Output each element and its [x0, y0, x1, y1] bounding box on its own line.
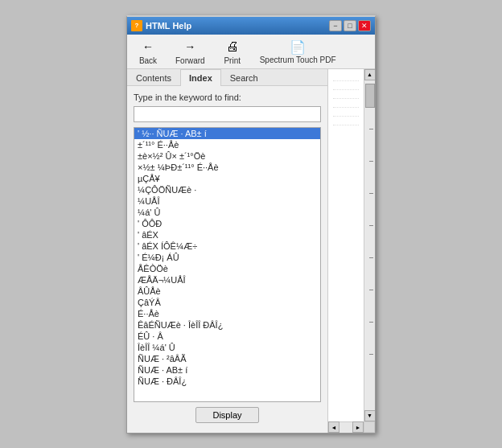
right-lines-decoration — [328, 69, 364, 131]
spectrum-button[interactable]: 📄 Spectrum Touch PDF — [260, 38, 336, 64]
scroll-left-arrow[interactable]: ◄ — [328, 421, 339, 433]
display-btn-area: Display — [134, 402, 321, 426]
app-icon: ? — [131, 20, 142, 31]
maximize-button[interactable]: □ — [344, 20, 356, 31]
minimize-button[interactable]: − — [329, 20, 342, 31]
title-buttons: − □ ✕ — [329, 20, 371, 31]
right-vscrollbar[interactable]: ▲ ▼ — [364, 69, 375, 421]
list-item[interactable]: ±´¹¹° É··Åè — [134, 139, 320, 150]
scroll-up-arrow[interactable]: ▲ — [364, 69, 376, 80]
list-item[interactable]: ÂÛÅè — [134, 286, 320, 297]
close-button[interactable]: ✕ — [358, 20, 371, 31]
list-item[interactable]: ÇâÝÂ — [134, 297, 320, 308]
forward-icon: → — [180, 38, 200, 55]
list-item[interactable]: ' âÉX — [134, 229, 320, 240]
spectrum-icon: 📄 — [288, 38, 307, 55]
index-list-container: ' ½·· ÑUÆ · AB± í±´¹¹° É··Åè±è×½² Û× ±´¹… — [134, 127, 321, 402]
list-item[interactable]: ÉÛ · Â — [134, 331, 320, 342]
forward-label: Forward — [175, 56, 205, 65]
list-item[interactable]: ÑUÆ · ²âÂÃ — [134, 353, 320, 364]
display-button[interactable]: Display — [195, 407, 258, 423]
list-item[interactable]: É··Åè — [134, 308, 320, 319]
list-item[interactable]: ÅÊÒÖè — [134, 263, 320, 274]
back-label: Back — [139, 56, 157, 65]
list-item[interactable]: ±è×½² Û× ±´¹°Öè — [134, 150, 320, 162]
list-item[interactable]: ÑUÆ · AB± í — [134, 364, 320, 376]
list-item[interactable]: ÆÅÄ¬¼UÅÎ — [134, 274, 320, 286]
index-panel: Type in the keyword to find: ' ½·· ÑUÆ ·… — [127, 86, 327, 433]
scroll-right-arrow[interactable]: ► — [352, 421, 364, 433]
index-list-scroll[interactable]: ' ½·· ÑUÆ · AB± í±´¹¹° É··Åè±è×½² Û× ±´¹… — [134, 128, 320, 401]
list-item[interactable]: ÊâÉÑUÆè · ÎèÎÎ ÐÂÎ¿ — [134, 319, 320, 331]
list-item[interactable]: ¼ÇÔÖÑUÆè · — [134, 184, 320, 195]
title-bar-left: ? HTML Help — [131, 20, 191, 31]
window-title: HTML Help — [146, 21, 191, 31]
list-item[interactable]: ' âÉX ÍÔÊ¼Æ÷ — [134, 240, 320, 252]
list-item[interactable]: ÑUÆ · ÐÂÎ¿ — [134, 376, 320, 387]
tab-index[interactable]: Index — [180, 69, 221, 86]
scroll-down-arrow[interactable]: ▼ — [364, 410, 376, 421]
tab-contents[interactable]: Contents — [127, 69, 180, 86]
left-panel: Contents Index Search Type in the keywor… — [127, 69, 328, 433]
scroll-vtrack[interactable] — [364, 80, 375, 410]
toolbar: ← Back → Forward 🖨 Print 📄 Spectrum Touc… — [127, 35, 375, 69]
list-item[interactable]: ¼UÅÎ — [134, 195, 320, 207]
right-content — [328, 69, 364, 421]
keyword-input[interactable] — [134, 106, 321, 122]
list-item[interactable]: ÎèÎÎ ¼á' Û — [134, 342, 320, 353]
forward-button[interactable]: → Forward — [175, 38, 205, 65]
back-icon: ← — [138, 38, 158, 55]
title-bar: ? HTML Help − □ ✕ — [127, 17, 375, 35]
tab-bar: Contents Index Search — [127, 69, 327, 86]
list-item[interactable]: µÇÅ¥ — [134, 173, 320, 184]
scrollbar-corner — [364, 421, 375, 433]
back-button[interactable]: ← Back — [134, 38, 163, 65]
scroll-vthumb[interactable] — [365, 84, 375, 108]
list-item[interactable]: ¼á' Û — [134, 207, 320, 218]
html-help-window: ? HTML Help − □ ✕ ← Back → Forward 🖨 Pri… — [126, 15, 376, 434]
print-icon: 🖨 — [223, 38, 242, 55]
list-item[interactable]: ×½± ¼ÞÐ±´¹¹° É··Åè — [134, 162, 320, 173]
list-item[interactable]: ' ÔÔÐ — [134, 218, 320, 229]
tab-search[interactable]: Search — [221, 69, 267, 86]
list-item[interactable]: ' ½·· ÑUÆ · AB± í — [134, 128, 320, 139]
spectrum-label: Spectrum Touch PDF — [260, 55, 336, 64]
right-hscrollbar[interactable]: ◄ ► — [328, 421, 364, 433]
print-button[interactable]: 🖨 Print — [218, 38, 247, 65]
keyword-label: Type in the keyword to find: — [134, 92, 321, 102]
print-label: Print — [224, 56, 241, 65]
right-panel: ▲ ▼ ◄ ► — [328, 69, 375, 433]
main-area: Contents Index Search Type in the keywor… — [127, 69, 375, 433]
list-item[interactable]: ' É¼Ð¡ ÁÛ — [134, 252, 320, 263]
